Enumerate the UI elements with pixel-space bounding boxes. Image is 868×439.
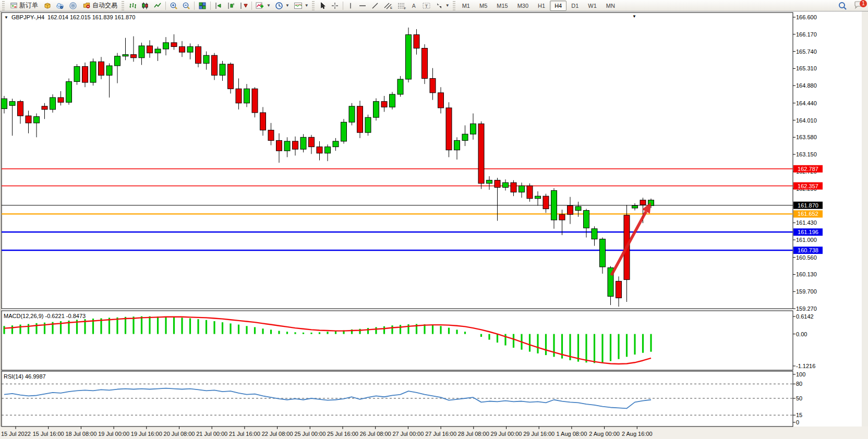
- autotrading-icon: [82, 2, 91, 9]
- zoom-out-icon: [182, 2, 190, 10]
- toolbar-right-icons: 1: [838, 0, 864, 11]
- search-button[interactable]: [838, 1, 847, 10]
- date-label: 22 Jul 08:00: [262, 431, 293, 437]
- templates-dropdown-arrow: ▼: [305, 3, 309, 8]
- svg-text:F: F: [404, 7, 406, 10]
- autotrading-button[interactable]: 自动交易: [79, 1, 120, 11]
- candle: [99, 62, 104, 75]
- candle: [487, 180, 492, 184]
- svg-text:163.150: 163.150: [796, 151, 817, 157]
- tile-windows-button[interactable]: [196, 1, 209, 11]
- candle: [74, 67, 80, 82]
- toolbar-grip[interactable]: [453, 1, 455, 10]
- date-label: 19 Jul 16:00: [131, 431, 162, 437]
- candles-chart-icon: [141, 2, 149, 10]
- candles-chart-button[interactable]: [139, 1, 151, 11]
- toolbar-separator: [343, 2, 343, 10]
- chart-expand-arrow[interactable]: ▼: [4, 15, 8, 20]
- svg-text:50: 50: [796, 395, 802, 401]
- toolbar-grip[interactable]: [312, 1, 315, 10]
- candle: [349, 106, 355, 123]
- candle: [568, 205, 573, 214]
- candle: [333, 141, 339, 147]
- candle: [228, 64, 234, 89]
- signals-button[interactable]: [67, 1, 79, 11]
- timeframe-m15[interactable]: M15: [492, 1, 512, 11]
- candle: [123, 55, 128, 56]
- auto-scroll-button[interactable]: [212, 1, 225, 11]
- toolbar-separator: [251, 2, 252, 10]
- vps-button[interactable]: [54, 1, 67, 11]
- candle: [155, 49, 161, 53]
- timeframe-m5[interactable]: M5: [475, 1, 492, 11]
- crosshair-button[interactable]: [329, 1, 341, 11]
- candle: [50, 97, 56, 109]
- text-button[interactable]: A: [408, 1, 420, 11]
- timeframe-d1[interactable]: D1: [566, 1, 583, 11]
- toolbar-grip[interactable]: [122, 1, 124, 10]
- candle: [511, 182, 516, 192]
- chart-objects-button[interactable]: [237, 1, 250, 11]
- equidistant-channel-button[interactable]: E: [381, 1, 395, 11]
- svg-text:A: A: [412, 2, 416, 8]
- crosshair-icon: [331, 2, 339, 10]
- line-chart-button[interactable]: [151, 1, 164, 11]
- main-toolbar: 新订单 自动交易 ▼: [0, 0, 868, 11]
- cursor-button[interactable]: [317, 1, 329, 11]
- periods-dropdown-arrow: ▼: [285, 3, 290, 8]
- candle: [341, 122, 347, 141]
- candle: [543, 196, 549, 209]
- timeframe-h1[interactable]: H1: [533, 1, 550, 11]
- text-label-button[interactable]: T: [420, 1, 433, 11]
- svg-text:164.440: 164.440: [796, 100, 817, 106]
- svg-text:80: 80: [796, 381, 802, 387]
- candle: [414, 35, 419, 48]
- candle: [357, 106, 363, 132]
- chat-button[interactable]: 1: [853, 1, 864, 11]
- arrows-button[interactable]: ▼: [433, 1, 452, 11]
- candle: [430, 78, 436, 92]
- indicators-button[interactable]: ▼: [254, 1, 273, 11]
- trendline-button[interactable]: [369, 1, 381, 11]
- new-order-icon: [10, 2, 18, 9]
- templates-button[interactable]: ▼: [292, 1, 311, 11]
- chart-canvas[interactable]: 166.600166.170165.740165.310164.880164.4…: [0, 11, 868, 439]
- candle: [42, 106, 47, 109]
- periods-button[interactable]: ▼: [273, 1, 292, 11]
- candle: [575, 206, 581, 211]
- vps-cloud-icon: [56, 2, 65, 10]
- candle: [147, 46, 153, 53]
- timeframe-m30[interactable]: M30: [513, 1, 533, 11]
- macd-indicator-label: MACD(12,26,9) -0.6221 -0.8473: [4, 313, 86, 319]
- chart-shift-button[interactable]: [225, 1, 237, 11]
- arrows-shapes-icon: [435, 2, 443, 10]
- new-order-button[interactable]: 新订单: [7, 1, 41, 11]
- chart-context-caret[interactable]: ▼: [632, 14, 636, 19]
- signals-icon: [69, 2, 77, 10]
- market-button[interactable]: [41, 1, 54, 11]
- periods-clock-icon: [275, 2, 283, 10]
- candle: [18, 102, 23, 116]
- timeframe-h4[interactable]: H4: [550, 1, 566, 11]
- fibonacci-button[interactable]: F: [395, 1, 408, 11]
- zoom-in-button[interactable]: [167, 1, 180, 11]
- date-label: 19 Jul 00:00: [98, 431, 129, 437]
- candle: [551, 190, 557, 219]
- timeframe-w1[interactable]: W1: [583, 1, 601, 11]
- candle: [268, 130, 274, 141]
- rsi-indicator-label: RSI(14) 46.9987: [4, 373, 46, 380]
- chat-notification-badge: 1: [860, 0, 867, 7]
- horizontal-line-button[interactable]: [356, 1, 369, 11]
- timeframe-m1[interactable]: M1: [457, 1, 475, 11]
- candle: [503, 182, 509, 187]
- toolbar-separator: [210, 2, 211, 10]
- zoom-out-button[interactable]: [180, 1, 192, 11]
- svg-text:0.6142: 0.6142: [796, 313, 814, 320]
- date-label: 29 Jul 16:00: [523, 431, 554, 437]
- toolbar-grip[interactable]: [2, 1, 5, 10]
- date-label: 21 Jul 16:00: [229, 431, 260, 437]
- bars-chart-button[interactable]: [126, 1, 139, 11]
- timeframe-mn[interactable]: MN: [601, 1, 620, 11]
- svg-text:166.170: 166.170: [796, 31, 817, 38]
- vertical-line-button[interactable]: [345, 1, 356, 11]
